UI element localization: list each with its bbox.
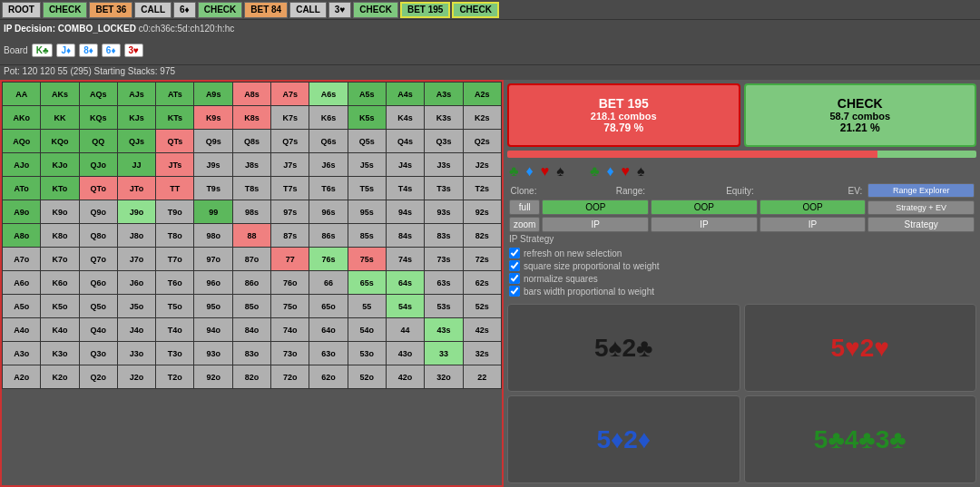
matrix-cell[interactable]: 97s [271,200,309,224]
matrix-cell[interactable]: 93o [194,342,232,365]
matrix-cell[interactable]: AJs [117,83,155,106]
matrix-cell[interactable]: K6o [41,271,79,295]
matrix-cell[interactable]: 32s [463,342,501,365]
matrix-cell[interactable]: T8o [156,224,194,248]
matrix-cell[interactable]: A5o [3,295,41,318]
matrix-cell[interactable]: K8o [41,224,79,248]
matrix-cell[interactable]: 87o [232,248,270,271]
matrix-cell[interactable]: 93s [425,200,463,224]
matrix-cell[interactable]: 84o [232,318,270,342]
matrix-cell[interactable]: 42o [386,365,424,389]
matrix-cell[interactable]: 64o [309,318,348,342]
matrix-cell[interactable]: AKs [41,83,79,106]
matrix-cell[interactable]: Q6o [79,271,117,295]
matrix-cell[interactable]: ATo [3,177,41,200]
matrix-cell[interactable]: T3o [156,342,194,365]
matrix-cell[interactable]: KTo [41,177,79,200]
matrix-cell[interactable]: 53o [348,342,386,365]
matrix-cell[interactable]: J7o [117,248,155,271]
matrix-cell[interactable]: 94s [386,200,424,224]
matrix-cell[interactable]: Q5s [348,130,386,153]
matrix-cell[interactable]: 33 [425,342,463,365]
matrix-cell[interactable]: KTs [156,106,194,130]
refresh-checkbox[interactable] [509,248,520,258]
matrix-cell[interactable]: K4s [386,106,424,130]
matrix-cell[interactable]: 32o [425,365,463,389]
matrix-cell[interactable]: 99 [194,200,232,224]
matrix-cell[interactable]: Q2s [463,130,501,153]
matrix-cell[interactable]: K5o [41,295,79,318]
matrix-cell[interactable]: KJo [41,153,79,177]
matrix-cell[interactable]: A9s [194,83,232,106]
check-action-box[interactable]: CHECK 58.7 combos 21.21 % [744,83,977,147]
matrix-cell[interactable]: A2o [3,365,41,389]
matrix-cell[interactable]: 83o [232,342,270,365]
matrix-cell[interactable]: 82s [463,224,501,248]
matrix-cell[interactable]: 54s [386,295,424,318]
nav-root[interactable]: ROOT [2,2,41,18]
matrix-cell[interactable]: 74s [386,248,424,271]
matrix-cell[interactable]: Q6s [309,130,348,153]
matrix-cell[interactable]: Q4s [386,130,424,153]
matrix-cell[interactable]: A6o [3,271,41,295]
matrix-cell[interactable]: 76o [271,271,309,295]
matrix-cell[interactable]: J7s [271,153,309,177]
matrix-cell[interactable]: QTs [156,130,194,153]
matrix-cell[interactable]: 22 [463,365,501,389]
matrix-cell[interactable]: T4o [156,318,194,342]
matrix-cell[interactable]: K3s [425,106,463,130]
matrix-cell[interactable]: J6o [117,271,155,295]
nav-check-final[interactable]: CHECK [452,2,499,18]
matrix-cell[interactable]: T7o [156,248,194,271]
matrix-cell[interactable]: A9o [3,200,41,224]
spades-suit-icon-2[interactable]: ♠ [637,163,645,180]
matrix-cell[interactable]: Q2o [79,365,117,389]
matrix-cell[interactable]: 54o [348,318,386,342]
matrix-cell[interactable]: JTs [156,153,194,177]
matrix-cell[interactable]: KQs [79,106,117,130]
matrix-cell[interactable]: T5s [348,177,386,200]
matrix-cell[interactable]: QTo [79,177,117,200]
matrix-cell[interactable]: J4o [117,318,155,342]
matrix-cell[interactable]: K5s [348,106,386,130]
square-size-checkbox[interactable] [509,260,520,271]
nav-bet84[interactable]: BET 84 [244,2,288,18]
matrix-cell[interactable]: K6s [309,106,348,130]
normalize-checkbox[interactable] [509,273,520,284]
matrix-cell[interactable]: Q4o [79,318,117,342]
matrix-cell[interactable]: T9o [156,200,194,224]
clubs-suit-icon-2[interactable]: ♣ [590,163,600,180]
oop-btn-2[interactable]: OOP [651,200,758,215]
range-explorer-btn[interactable]: Range Explorer [867,183,975,198]
nav-call-2[interactable]: CALL [289,2,327,18]
matrix-cell[interactable]: T9s [194,177,232,200]
matrix-cell[interactable]: A8o [3,224,41,248]
matrix-cell[interactable]: QJs [117,130,155,153]
matrix-cell[interactable]: AQo [3,130,41,153]
matrix-cell[interactable]: 97o [194,248,232,271]
matrix-cell[interactable]: J3o [117,342,155,365]
matrix-cell[interactable]: 96s [309,200,348,224]
zoom-btn[interactable]: zoom [509,217,540,232]
matrix-cell[interactable]: J5o [117,295,155,318]
matrix-cell[interactable]: T2s [463,177,501,200]
matrix-cell[interactable]: Q9o [79,200,117,224]
matrix-cell[interactable]: K9o [41,200,79,224]
matrix-cell[interactable]: AQs [79,83,117,106]
hearts-suit-icon-2[interactable]: ♥ [622,163,631,180]
ip-btn-3[interactable]: IP [760,217,867,232]
matrix-cell[interactable]: Q5o [79,295,117,318]
matrix-cell[interactable]: Q9s [194,130,232,153]
matrix-cell[interactable]: 62s [463,271,501,295]
matrix-cell[interactable]: T6o [156,271,194,295]
matrix-cell[interactable]: KQo [41,130,79,153]
matrix-cell[interactable]: A3o [3,342,41,365]
nav-check-3[interactable]: CHECK [353,2,398,18]
matrix-cell[interactable]: 98s [232,200,270,224]
matrix-cell[interactable]: A3s [425,83,463,106]
matrix-cell[interactable]: 63o [309,342,348,365]
matrix-cell[interactable]: J2o [117,365,155,389]
matrix-cell[interactable]: QQ [79,130,117,153]
matrix-cell[interactable]: 88 [232,224,270,248]
matrix-cell[interactable]: K9s [194,106,232,130]
